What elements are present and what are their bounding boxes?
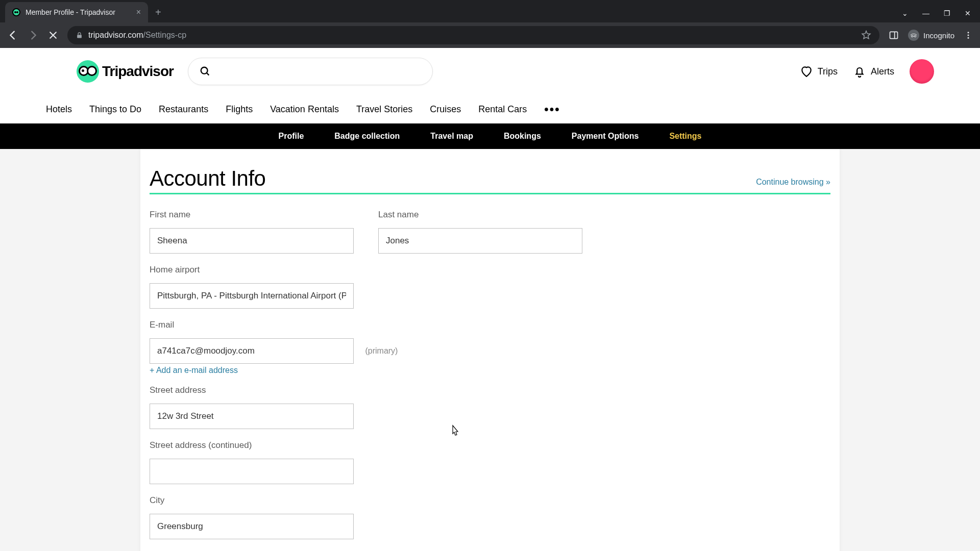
forward-button[interactable] bbox=[28, 30, 39, 41]
bookmark-icon[interactable] bbox=[861, 30, 871, 40]
nav-vacation-rentals[interactable]: Vacation Rentals bbox=[270, 104, 339, 115]
close-window-icon[interactable]: ✕ bbox=[965, 9, 971, 17]
svg-line-7 bbox=[207, 73, 209, 76]
minimize-icon[interactable]: ― bbox=[922, 9, 929, 17]
subnav-settings[interactable]: Settings bbox=[669, 132, 701, 141]
street-address-2-field[interactable] bbox=[150, 459, 354, 484]
subnav-bookings[interactable]: Bookings bbox=[504, 132, 541, 141]
browser-toolbar: tripadvisor.com/Settings-cp Incognito bbox=[0, 22, 980, 48]
subnav-payment-options[interactable]: Payment Options bbox=[572, 132, 639, 141]
add-email-link[interactable]: + Add an e-mail address bbox=[150, 366, 238, 375]
nav-hotels[interactable]: Hotels bbox=[46, 104, 72, 115]
city-label: City bbox=[150, 495, 830, 506]
svg-rect-1 bbox=[890, 32, 898, 38]
stop-reload-button[interactable] bbox=[48, 30, 58, 40]
last-name-label: Last name bbox=[378, 210, 582, 220]
browser-tab[interactable]: Member Profile - Tripadvisor × bbox=[5, 2, 148, 22]
subnav-profile[interactable]: Profile bbox=[278, 132, 304, 141]
url-text: tripadvisor.com/Settings-cp bbox=[88, 31, 186, 40]
alerts-link[interactable]: Alerts bbox=[853, 65, 894, 78]
last-name-field[interactable] bbox=[378, 228, 582, 254]
primary-nav: Hotels Things to Do Restaurants Flights … bbox=[0, 95, 980, 123]
bell-icon bbox=[853, 65, 866, 78]
menu-icon[interactable] bbox=[964, 31, 973, 40]
nav-flights[interactable]: Flights bbox=[226, 104, 253, 115]
tab-favicon bbox=[12, 8, 20, 16]
street-address-2-label: Street address (continued) bbox=[150, 440, 830, 450]
svg-point-5 bbox=[968, 37, 969, 39]
email-primary-note: (primary) bbox=[365, 346, 398, 355]
incognito-icon bbox=[908, 30, 919, 41]
tab-title: Member Profile - Tripadvisor bbox=[26, 8, 131, 16]
email-field[interactable] bbox=[150, 338, 354, 364]
trips-link[interactable]: Trips bbox=[800, 65, 838, 78]
page-title: Account Info bbox=[150, 166, 265, 191]
home-airport-label: Home airport bbox=[150, 265, 830, 275]
search-icon bbox=[200, 66, 211, 77]
street-address-field[interactable] bbox=[150, 404, 354, 429]
subnav-badge-collection[interactable]: Badge collection bbox=[334, 132, 400, 141]
back-button[interactable] bbox=[7, 30, 18, 41]
svg-point-4 bbox=[968, 35, 969, 36]
maximize-icon[interactable]: ❐ bbox=[944, 9, 950, 17]
email-label: E-mail bbox=[150, 320, 830, 330]
avatar[interactable] bbox=[910, 59, 934, 84]
browser-titlebar: Member Profile - Tripadvisor × + ⌄ ― ❐ ✕ bbox=[0, 0, 980, 22]
subnav-travel-map[interactable]: Travel map bbox=[430, 132, 473, 141]
address-bar[interactable]: tripadvisor.com/Settings-cp bbox=[67, 26, 879, 44]
home-airport-field[interactable] bbox=[150, 283, 354, 309]
page-viewport: Tripadvisor Trips Alerts Hotels Things t… bbox=[0, 48, 980, 551]
search-input[interactable] bbox=[188, 58, 433, 85]
nav-rental-cars[interactable]: Rental Cars bbox=[478, 104, 527, 115]
incognito-badge[interactable]: Incognito bbox=[908, 30, 954, 41]
first-name-label: First name bbox=[150, 210, 354, 220]
heart-icon bbox=[800, 65, 813, 78]
brand-logo[interactable]: Tripadvisor bbox=[77, 60, 174, 83]
brand-text: Tripadvisor bbox=[102, 63, 174, 80]
nav-restaurants[interactable]: Restaurants bbox=[159, 104, 208, 115]
tab-search-icon[interactable]: ⌄ bbox=[902, 9, 908, 17]
side-panel-icon[interactable] bbox=[889, 30, 899, 40]
lock-icon bbox=[76, 32, 83, 39]
nav-things-to-do[interactable]: Things to Do bbox=[89, 104, 141, 115]
nav-travel-stories[interactable]: Travel Stories bbox=[356, 104, 412, 115]
svg-point-3 bbox=[968, 32, 969, 33]
first-name-field[interactable] bbox=[150, 228, 354, 254]
svg-rect-0 bbox=[77, 35, 82, 38]
nav-cruises[interactable]: Cruises bbox=[430, 104, 461, 115]
continue-browsing-link[interactable]: Continue browsing » bbox=[756, 178, 830, 191]
incognito-label: Incognito bbox=[923, 31, 954, 40]
settings-panel: Account Info Continue browsing » First n… bbox=[140, 149, 840, 551]
site-header: Tripadvisor Trips Alerts bbox=[0, 48, 980, 95]
city-field[interactable] bbox=[150, 514, 354, 539]
owl-icon bbox=[77, 60, 99, 83]
close-icon[interactable]: × bbox=[136, 8, 141, 17]
new-tab-button[interactable]: + bbox=[155, 7, 161, 18]
window-controls: ⌄ ― ❐ ✕ bbox=[902, 9, 980, 22]
street-address-label: Street address bbox=[150, 385, 830, 395]
svg-point-6 bbox=[201, 67, 208, 74]
profile-subnav: Profile Badge collection Travel map Book… bbox=[0, 123, 980, 149]
